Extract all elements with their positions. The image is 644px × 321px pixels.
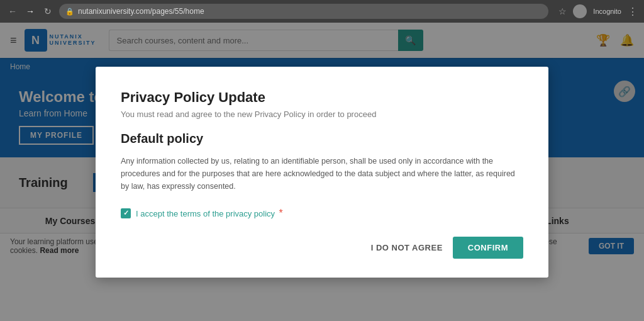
browser-menu-icon[interactable]: ⋮	[628, 6, 638, 18]
confirm-button[interactable]: CONFIRM	[453, 237, 523, 259]
do-not-agree-button[interactable]: I DO NOT AGREE	[371, 243, 443, 252]
checkmark-icon: ✓	[123, 209, 129, 217]
forward-button[interactable]: →	[24, 6, 36, 16]
page-wrapper: ≡ N NUTANIX UNIVERSITY 🔍 🏆 🔔 Home Welcom…	[0, 23, 644, 321]
checkbox-label: I accept the terms of the privacy policy…	[136, 208, 283, 219]
browser-actions: ☆ Incognito ⋮	[558, 4, 638, 18]
modal-body-text: Any information collected by us, relatin…	[121, 155, 523, 193]
modal-checkbox-row: ✓ I accept the terms of the privacy poli…	[121, 208, 523, 219]
address-bar[interactable]: 🔒 nutanixuniversity.com/pages/55/home	[59, 4, 548, 19]
modal-actions: I DO NOT AGREE CONFIRM	[121, 237, 523, 259]
lock-icon: 🔒	[65, 8, 74, 16]
browser-chrome: ← → ↻ 🔒 nutanixuniversity.com/pages/55/h…	[0, 0, 644, 23]
privacy-policy-modal: Privacy Policy Update You must read and …	[96, 67, 548, 278]
modal-policy-title: Default policy	[121, 132, 523, 146]
modal-subtitle: You must read and agree to the new Priva…	[121, 110, 523, 119]
incognito-label: Incognito	[593, 8, 621, 15]
url-text: nutanixuniversity.com/pages/55/home	[78, 7, 204, 16]
back-button[interactable]: ←	[6, 6, 19, 16]
modal-title: Privacy Policy Update	[121, 89, 523, 106]
accept-checkbox[interactable]: ✓	[121, 208, 131, 218]
profile-icon[interactable]	[573, 4, 587, 18]
modal-overlay: Privacy Policy Update You must read and …	[0, 23, 644, 321]
refresh-button[interactable]: ↻	[42, 6, 54, 16]
bookmark-icon[interactable]: ☆	[558, 6, 567, 16]
